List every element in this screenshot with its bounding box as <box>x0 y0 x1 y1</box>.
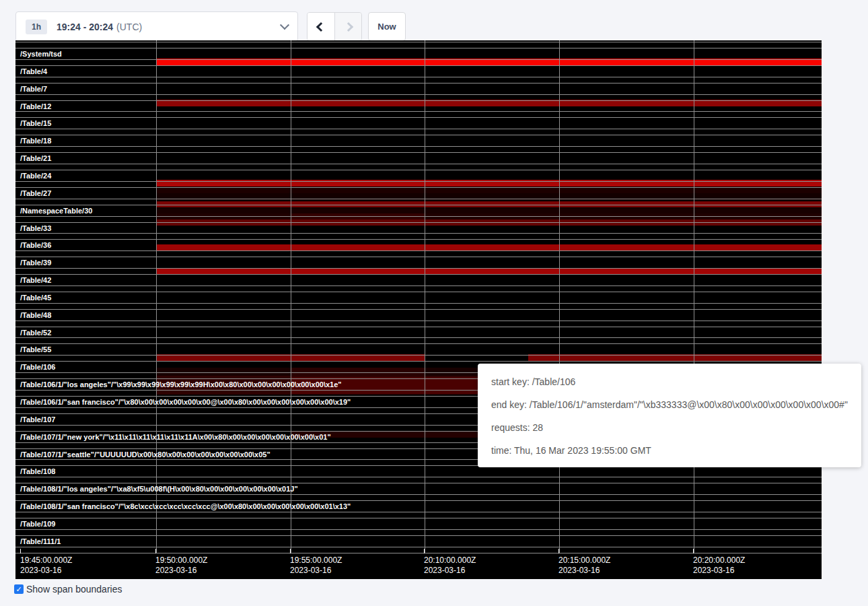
now-button[interactable]: Now <box>368 12 406 41</box>
heat-band <box>157 193 822 201</box>
time-bucket-line <box>156 40 157 553</box>
span-boundary-line <box>15 529 822 530</box>
range-text: 19:24 - 20:24 <box>57 22 113 32</box>
axis-label: 20:20:00.000Z2023-03-16 <box>693 556 745 576</box>
heat-band <box>291 213 425 220</box>
row-label: /Table/18 <box>20 136 51 146</box>
span-boundary-line <box>15 361 822 362</box>
span-boundary-line <box>15 222 822 223</box>
row-label: /Table/36 <box>20 240 51 250</box>
span-boundary-line <box>15 216 822 217</box>
time-range-selector[interactable]: 1h 19:24 - 20:24 (UTC) <box>15 11 298 42</box>
row-label: /Table/55 <box>20 345 51 355</box>
axis-tick <box>693 549 694 553</box>
row-label: /Table/107/1/"new york"/"\x11\x11\x11\x1… <box>20 432 331 442</box>
tooltip-time: time: Thu, 16 Mar 2023 19:55:00 GMT <box>491 439 861 462</box>
axis-tick <box>155 549 156 553</box>
span-boundary-line <box>15 321 822 321</box>
axis-label: 20:15:00.000Z2023-03-16 <box>558 556 610 576</box>
span-boundary-line <box>15 303 822 304</box>
span-boundary-line <box>15 327 822 327</box>
time-bucket-line <box>291 40 291 553</box>
span-boundary-line <box>15 117 822 118</box>
span-boundary-line <box>15 170 822 170</box>
tooltip-start-key: start key: /Table/106 <box>491 370 861 393</box>
row-label: /Table/109 <box>20 519 55 529</box>
heat-band <box>157 187 822 193</box>
span-boundary-line <box>15 343 822 344</box>
footer: ✓ Show span boundaries <box>14 584 122 595</box>
span-boundary-line <box>15 42 822 42</box>
tooltip-requests: requests: 28 <box>491 416 861 439</box>
span-boundary-line <box>15 268 822 269</box>
span-boundary-line <box>15 477 822 477</box>
key-visualizer-page: 1h 19:24 - 20:24 (UTC) Now /System/tsd/T… <box>0 0 868 606</box>
time-bucket-line <box>559 40 560 553</box>
row-label: /Table/24 <box>20 171 51 181</box>
time-nav-group <box>307 12 362 41</box>
span-boundary-line <box>15 292 822 292</box>
span-boundary-line <box>15 337 822 338</box>
axis-tick <box>558 549 559 553</box>
row-label: /NamespaceTable/30 <box>20 206 92 216</box>
span-boundary-line <box>15 309 822 310</box>
span-boundary-line <box>15 181 822 182</box>
axis-tick <box>424 549 425 553</box>
row-label: /Table/42 <box>20 275 51 285</box>
toolbar: 1h 19:24 - 20:24 (UTC) Now <box>15 11 406 42</box>
span-boundary-line <box>15 100 822 101</box>
span-boundary-line <box>15 257 822 257</box>
span-boundary-line <box>15 518 822 518</box>
span-boundary-line <box>15 535 822 536</box>
span-boundary-line <box>15 250 822 251</box>
next-time-button[interactable] <box>334 13 361 40</box>
tooltip-end-key: end key: /Table/106/1/"amsterdam"/"\xb33… <box>491 393 861 416</box>
show-span-boundaries-checkbox[interactable]: ✓ <box>14 584 24 594</box>
time-bucket-line <box>694 40 694 553</box>
row-label: /Table/108/1/"los angeles"/"\xa8\xf5\u00… <box>20 484 298 494</box>
row-label: /Table/39 <box>20 258 51 268</box>
span-boundary-line <box>15 129 822 129</box>
row-label: /Table/106 <box>20 362 55 372</box>
cell-tooltip: start key: /Table/106 end key: /Table/10… <box>478 364 861 467</box>
row-label: /Table/107/1/"seattle"/"UUUUUUD\x00\x80\… <box>20 450 270 460</box>
row-label: /Table/21 <box>20 154 51 164</box>
span-boundary-line <box>15 205 822 205</box>
span-boundary-line <box>15 135 822 135</box>
row-label: /System/tsd <box>20 49 62 59</box>
time-bucket-line <box>425 40 425 553</box>
row-label: /Table/106/1/"san francisco"/"\x80\x00\x… <box>20 397 351 407</box>
heat-band <box>157 213 822 220</box>
show-span-boundaries-label: Show span boundaries <box>26 584 122 595</box>
span-boundary-line <box>15 83 822 83</box>
span-boundary-line <box>15 77 822 77</box>
span-boundary-line <box>15 59 822 60</box>
span-boundary-line <box>15 500 822 501</box>
span-boundary-line <box>15 285 822 286</box>
heat-band <box>157 208 822 213</box>
span-boundary-line <box>15 152 822 153</box>
span-boundary-line <box>15 146 822 147</box>
axis-label: 19:50:00.000Z2023-03-16 <box>155 556 207 576</box>
axis-tick <box>20 549 21 553</box>
key-visualizer-canvas[interactable]: /System/tsd/Table/4/Table/7/Table/12/Tab… <box>15 40 822 579</box>
row-label: /Table/4 <box>20 67 47 77</box>
range-timezone: (UTC) <box>116 22 142 32</box>
axis-label: 20:10:00.000Z2023-03-16 <box>424 556 476 576</box>
heat-band <box>157 220 822 226</box>
prev-time-button[interactable] <box>308 13 334 40</box>
axis-label: 19:55:00.000Z2023-03-16 <box>290 556 342 576</box>
range-preset-badge: 1h <box>26 20 47 34</box>
span-boundary-line <box>15 274 822 275</box>
span-boundary-line <box>15 483 822 483</box>
axis-tick <box>290 549 291 553</box>
heat-band <box>291 368 425 376</box>
row-label: /Table/33 <box>20 224 51 234</box>
row-label: /Table/15 <box>20 119 51 129</box>
row-label: /Table/48 <box>20 310 51 321</box>
chevron-left-icon <box>316 22 326 31</box>
span-boundary-line <box>15 187 822 188</box>
row-label: /Table/108/1/"san francisco"/"\x8c\xcc\x… <box>20 502 351 512</box>
span-boundary-line <box>15 164 822 164</box>
row-label: /Table/107 <box>20 415 55 425</box>
